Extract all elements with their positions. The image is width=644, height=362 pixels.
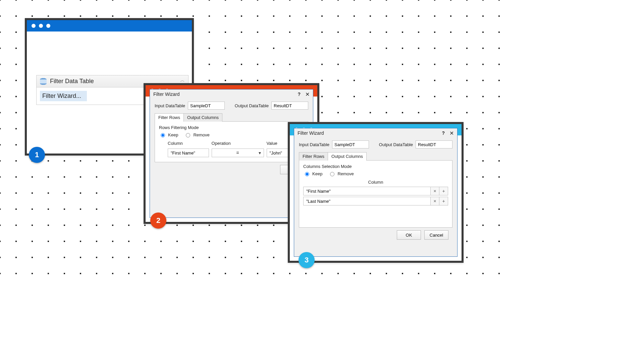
tab-filter-rows[interactable]: Filter Rows xyxy=(155,113,184,122)
rows-remove-label: Remove xyxy=(193,132,209,137)
dialog-footer: OK xyxy=(155,162,308,174)
add-column-button[interactable]: + xyxy=(439,187,448,195)
filter-wizard-dialog: Filter Wizard ? ✕ Input DataTable Output… xyxy=(294,128,458,257)
dialog-titlebar: Filter Wizard ? ✕ xyxy=(150,89,313,99)
input-datatable-field[interactable] xyxy=(188,102,225,110)
dialog-footer: OK Cancel xyxy=(299,228,452,240)
dialog-title: Filter Wizard xyxy=(298,130,324,136)
filter-column-field[interactable] xyxy=(168,148,209,157)
col-header-column: Column xyxy=(168,141,209,146)
filter-operation-value: = xyxy=(236,150,239,156)
input-datatable-label: Input DataTable xyxy=(299,142,329,147)
cols-keep-radio-input[interactable] xyxy=(305,172,309,176)
rows-remove-radio[interactable]: Remove xyxy=(184,132,209,137)
remove-column-button[interactable]: × xyxy=(431,187,439,195)
tab-output-columns[interactable]: Output Columns xyxy=(328,152,367,161)
output-datatable-label: Output DataTable xyxy=(379,142,413,147)
activity-title: Filter Data Table xyxy=(50,78,94,85)
io-datatable-row: Input DataTable Output DataTable xyxy=(299,140,452,148)
help-icon[interactable]: ? xyxy=(298,92,301,97)
cols-remove-radio-input[interactable] xyxy=(330,172,334,176)
output-column-field[interactable] xyxy=(303,187,431,195)
dialog-title: Filter Wizard xyxy=(153,92,180,97)
rows-keep-radio-input[interactable] xyxy=(161,133,165,137)
filter-rows-tabpage: Rows Filtering Mode Keep Remove Column O… xyxy=(155,122,308,162)
window-control-dot xyxy=(46,24,50,28)
cols-remove-radio[interactable]: Remove xyxy=(328,171,354,176)
rows-remove-radio-input[interactable] xyxy=(186,133,190,137)
input-datatable-field[interactable] xyxy=(332,140,369,148)
tabs: Filter Rows Output Columns xyxy=(155,113,308,122)
rows-mode-label: Rows Filtering Mode xyxy=(159,125,304,130)
remove-column-button[interactable]: × xyxy=(431,197,439,205)
input-datatable-label: Input DataTable xyxy=(155,103,185,108)
ok-button[interactable]: OK xyxy=(397,230,421,240)
rows-keep-label: Keep xyxy=(168,132,178,137)
filter-operation-select[interactable]: = xyxy=(212,148,264,157)
io-datatable-row: Input DataTable Output DataTable xyxy=(155,102,308,110)
add-column-button[interactable]: + xyxy=(439,197,448,205)
column-header: Column xyxy=(303,180,448,185)
output-datatable-label: Output DataTable xyxy=(235,103,269,108)
cols-remove-label: Remove xyxy=(337,171,354,176)
output-columns-tabpage: Columns Selection Mode Keep Remove Colum… xyxy=(299,161,452,228)
help-icon[interactable]: ? xyxy=(442,130,445,136)
cols-mode-label: Columns Selection Mode xyxy=(303,164,448,169)
output-datatable-field[interactable] xyxy=(271,102,308,110)
output-datatable-field[interactable] xyxy=(416,140,452,148)
rows-keep-radio[interactable]: Keep xyxy=(159,132,178,137)
datatable-icon xyxy=(40,78,47,85)
col-header-operation: Operation xyxy=(212,141,264,146)
window-control-dot xyxy=(32,24,36,28)
close-icon[interactable]: ✕ xyxy=(305,91,310,98)
cols-keep-radio[interactable]: Keep xyxy=(303,171,322,176)
dialog-titlebar: Filter Wizard ? ✕ xyxy=(294,128,457,138)
cancel-button[interactable]: Cancel xyxy=(424,230,448,240)
cols-keep-label: Keep xyxy=(312,171,322,176)
filter-wizard-link[interactable]: Filter Wizard... xyxy=(40,91,87,101)
close-icon[interactable]: ✕ xyxy=(449,130,454,136)
step-badge-1: 1 xyxy=(29,147,45,163)
tabs: Filter Rows Output Columns xyxy=(299,152,452,161)
output-column-row: × + xyxy=(303,187,448,195)
tab-output-columns[interactable]: Output Columns xyxy=(183,113,222,122)
step3-output-columns-window: Filter Wizard ? ✕ Input DataTable Output… xyxy=(288,122,464,263)
step-badge-3: 3 xyxy=(299,252,315,268)
tab-filter-rows[interactable]: Filter Rows xyxy=(299,152,328,161)
output-column-row: × + xyxy=(303,197,448,205)
step-badge-2: 2 xyxy=(150,213,166,229)
window1-titlebar xyxy=(27,20,192,32)
window-control-dot xyxy=(39,24,43,28)
output-column-field[interactable] xyxy=(303,197,431,205)
